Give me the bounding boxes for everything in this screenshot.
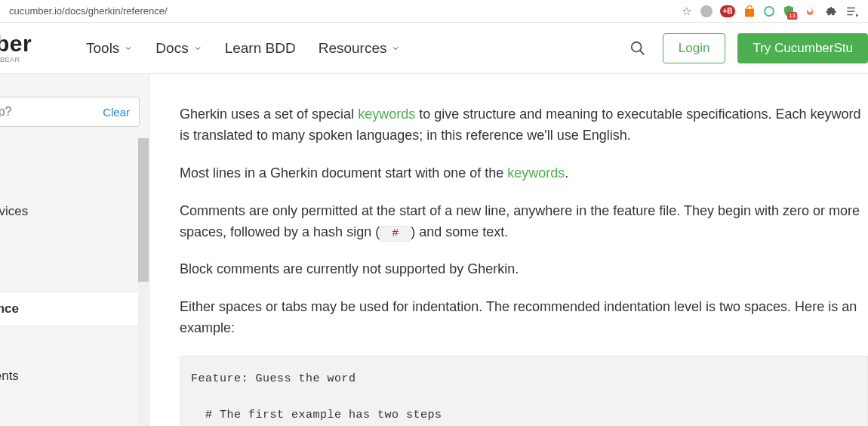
nav-tools[interactable]: Tools [86, 40, 133, 57]
login-button[interactable]: Login [663, 33, 726, 63]
sidebar-item-syntax[interactable]: ntax [0, 258, 149, 292]
sidebar-item-step-arguments[interactable]: rguments [0, 360, 149, 393]
primary-nav: Tools Docs Learn BDD Resources [86, 40, 400, 57]
text: Most lines in a Gherkin document start w… [180, 165, 507, 181]
link-keywords-2[interactable]: keywords [507, 165, 565, 181]
inline-code-hash: # [380, 226, 411, 242]
paragraph-comments: Comments are only permitted at the start… [180, 201, 868, 243]
sidebar-scrollbar-thumb[interactable] [138, 138, 149, 282]
workspace: e help? Clear al Services ntax eference … [0, 74, 868, 426]
sidebar-search-placeholder: e help? [0, 105, 12, 119]
sidebar: e help? Clear al Services ntax eference … [0, 74, 149, 426]
browser-extension-icons: ☆ +B 13 [679, 5, 862, 18]
extension-badge-count: 13 [787, 12, 797, 20]
browser-address-bar: cucumber.io/docs/gherkin/reference/ ☆ +B… [0, 0, 868, 23]
reading-list-icon[interactable] [845, 5, 859, 18]
logo-text: ber [0, 32, 63, 55]
extension-red-badge-icon[interactable]: +B [720, 5, 735, 17]
extension-grey-circle-icon[interactable] [700, 5, 713, 17]
sidebar-search[interactable]: e help? Clear [0, 97, 140, 127]
text: . [565, 165, 568, 181]
extension-shield-icon[interactable]: 13 [782, 5, 796, 18]
chevron-down-icon [391, 44, 400, 53]
paragraph-block-comments: Block comments are currently not support… [180, 259, 868, 280]
link-keywords[interactable]: keywords [358, 106, 415, 122]
url-text[interactable]: cucumber.io/docs/gherkin/reference/ [6, 5, 679, 17]
text: ) and some text. [411, 224, 508, 239]
bookmark-star-icon[interactable]: ☆ [679, 5, 693, 18]
nav-resources-label: Resources [319, 40, 387, 57]
nav-learn-label: Learn BDD [225, 40, 296, 57]
nav-resources[interactable]: Resources [319, 40, 401, 57]
chevron-down-icon [124, 44, 133, 53]
sidebar-nav-list: al Services ntax eference rds rguments [0, 195, 149, 393]
try-cucumberstudio-button[interactable]: Try CucumberStu [737, 33, 868, 63]
nav-learn-bdd[interactable]: Learn BDD [225, 40, 296, 57]
sidebar-item-reference[interactable]: eference [0, 292, 149, 326]
extension-flame-icon[interactable] [803, 5, 817, 18]
extensions-puzzle-icon[interactable] [824, 5, 838, 18]
site-header: ber TBEAR Tools Docs Learn BDD Resources… [0, 23, 868, 74]
cta-button-label: Try CucumberStu [753, 41, 853, 56]
nav-docs[interactable]: Docs [155, 40, 202, 57]
sidebar-item-professional-services[interactable]: al Services [0, 195, 149, 228]
extension-shopping-bag-icon[interactable] [743, 5, 756, 18]
logo-subtext: TBEAR [0, 57, 63, 63]
paragraph-keywords: Most lines in a Gherkin document start w… [180, 163, 868, 184]
logo[interactable]: ber TBEAR [0, 32, 63, 63]
svg-line-1 [640, 50, 645, 54]
login-button-label: Login [679, 41, 710, 56]
text: Gherkin uses a set of special [180, 106, 358, 122]
chevron-down-icon [193, 44, 202, 53]
header-search-icon[interactable] [629, 40, 646, 57]
sidebar-item-keywords[interactable]: rds [0, 326, 149, 360]
svg-point-0 [632, 42, 642, 51]
extension-teal-ring-icon[interactable] [764, 6, 774, 17]
sidebar-search-clear[interactable]: Clear [103, 106, 130, 119]
text: Comments are only permitted at the start… [180, 203, 860, 239]
nav-docs-label: Docs [155, 40, 188, 57]
paragraph-intro: Gherkin uses a set of special keywords t… [180, 104, 868, 147]
nav-tools-label: Tools [86, 40, 119, 57]
main-content: Gherkin uses a set of special keywords t… [149, 74, 868, 426]
paragraph-indentation: Either spaces or tabs may be used for in… [180, 297, 868, 339]
code-example: Feature: Guess the word # The first exam… [180, 356, 868, 426]
